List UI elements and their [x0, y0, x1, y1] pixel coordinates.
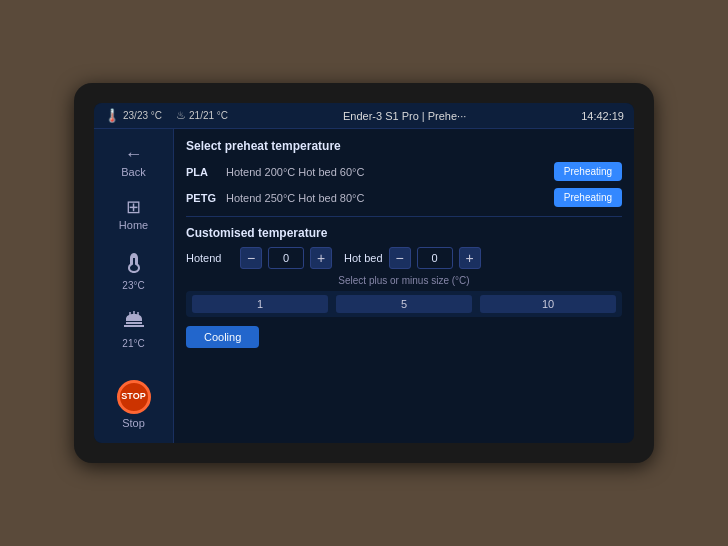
stop-icon: STOP — [117, 380, 151, 414]
custom-section: Customised temperature Hotend − 0 + Hot … — [186, 226, 622, 317]
petg-row: PETG Hotend 250°C Hot bed 80°C Preheatin… — [186, 188, 622, 207]
hotend-custom-label: Hotend — [186, 252, 234, 264]
hotend-value-display: 0 — [268, 247, 304, 269]
home-label: Home — [119, 219, 148, 231]
hotend-temp-display: 23/23 °C — [123, 110, 162, 121]
hotbed-plus-button[interactable]: + — [459, 247, 481, 269]
screen: 🌡️ 23/23 °C ♨ 21/21 °C Ender-3 S1 Pro | … — [94, 103, 634, 443]
printer-body: 🌡️ 23/23 °C ♨ 21/21 °C Ender-3 S1 Pro | … — [74, 83, 654, 463]
bed-status: ♨ 21/21 °C — [176, 109, 228, 122]
bed-icon: ♨ — [176, 109, 186, 122]
pla-preheat-button[interactable]: Preheating — [554, 162, 622, 181]
screen-title: Ender-3 S1 Pro | Prehe··· — [242, 110, 567, 122]
bed-sensor-temp: 21°C — [122, 338, 144, 349]
hotend-plus-button[interactable]: + — [310, 247, 332, 269]
cooling-button[interactable]: Cooling — [186, 326, 259, 348]
preheat-title: Select preheat temperature — [186, 139, 622, 153]
custom-title: Customised temperature — [186, 226, 622, 240]
back-button[interactable]: ← Back — [101, 137, 166, 186]
size-1-button[interactable]: 1 — [192, 295, 328, 313]
bed-sensor-icon — [123, 309, 145, 336]
bed-sensor: 21°C — [101, 305, 166, 353]
hotend-sensor-temp: 23°C — [122, 280, 144, 291]
hotbed-value-display: 0 — [417, 247, 453, 269]
size-hint-text: Select plus or minus size (°C) — [186, 275, 622, 286]
custom-temp-row: Hotend − 0 + Hot bed − 0 + — [186, 247, 622, 269]
size-buttons-group: 1 5 10 — [186, 291, 622, 317]
size-10-button[interactable]: 10 — [480, 295, 616, 313]
hotbed-custom-label: Hot bed — [344, 252, 383, 264]
sidebar: ← Back ⊞ Home 23°C — [94, 129, 174, 443]
hotbed-minus-button[interactable]: − — [389, 247, 411, 269]
bed-temp-display: 21/21 °C — [189, 110, 228, 121]
divider — [186, 216, 622, 217]
clock-display: 14:42:19 — [581, 110, 624, 122]
hotend-icon: 🌡️ — [104, 108, 120, 123]
hotend-sensor: 23°C — [101, 247, 166, 295]
home-button[interactable]: ⊞ Home — [101, 190, 166, 239]
right-panel: Select preheat temperature PLA Hotend 20… — [174, 129, 634, 443]
pla-material: PLA — [186, 166, 218, 178]
pla-row: PLA Hotend 200°C Hot bed 60°C Preheating — [186, 162, 622, 181]
home-icon: ⊞ — [126, 198, 141, 216]
pla-temps: Hotend 200°C Hot bed 60°C — [226, 166, 546, 178]
hotend-status: 🌡️ 23/23 °C — [104, 108, 162, 123]
main-content: ← Back ⊞ Home 23°C — [94, 129, 634, 443]
back-label: Back — [121, 166, 145, 178]
status-bar: 🌡️ 23/23 °C ♨ 21/21 °C Ender-3 S1 Pro | … — [94, 103, 634, 129]
petg-temps: Hotend 250°C Hot bed 80°C — [226, 192, 546, 204]
hotend-sensor-icon — [123, 251, 145, 278]
stop-label: Stop — [122, 417, 145, 429]
petg-material: PETG — [186, 192, 218, 204]
stop-button[interactable]: STOP Stop — [117, 380, 151, 435]
petg-preheat-button[interactable]: Preheating — [554, 188, 622, 207]
back-icon: ← — [125, 145, 143, 163]
size-5-button[interactable]: 5 — [336, 295, 472, 313]
hotend-minus-button[interactable]: − — [240, 247, 262, 269]
